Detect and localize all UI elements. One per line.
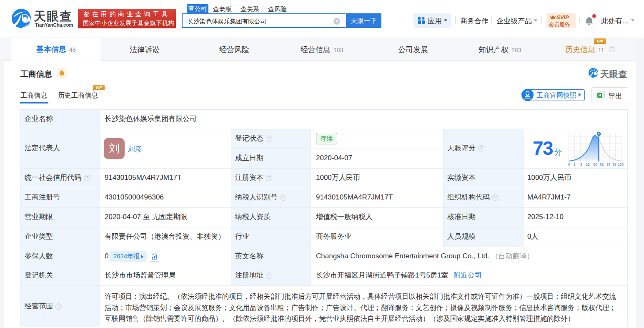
svg-text:1: 1	[574, 162, 576, 167]
svg-text:99: 99	[612, 162, 616, 167]
svg-text:97: 97	[606, 162, 611, 167]
svg-text:100: 100	[618, 162, 624, 167]
svg-text:3: 3	[580, 162, 582, 167]
svg-text:50: 50	[593, 162, 597, 167]
svg-text:85: 85	[600, 162, 604, 167]
svg-text:0: 0	[568, 162, 570, 167]
svg-text:15: 15	[586, 162, 590, 167]
